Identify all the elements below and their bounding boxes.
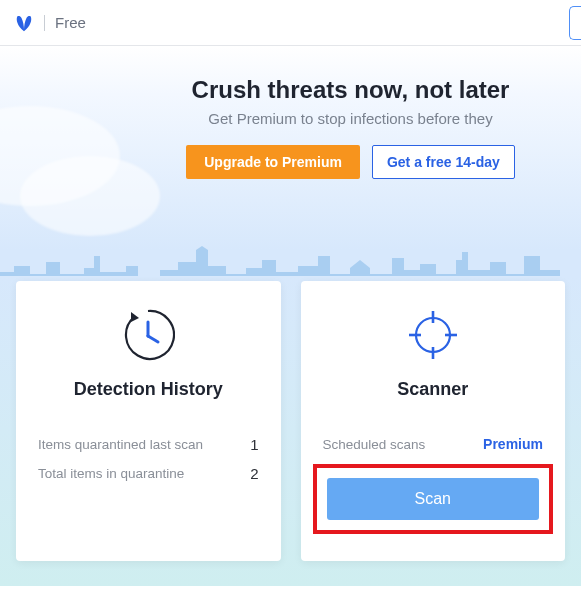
history-clock-icon: [38, 307, 259, 363]
header-cta-button[interactable]: [569, 6, 581, 40]
upgrade-button[interactable]: Upgrade to Premium: [186, 145, 360, 179]
scanner-card[interactable]: Scanner Scheduled scans Premium Scan: [301, 281, 566, 561]
hero-title: Crush threats now, not later: [120, 76, 581, 104]
hero-subtitle: Get Premium to stop infections before th…: [120, 110, 581, 127]
edition-label: Free: [55, 14, 86, 31]
stat-label: Total items in quarantine: [38, 466, 184, 481]
malwarebytes-logo-icon: [14, 13, 34, 33]
scan-highlight-box: Scan: [313, 464, 554, 534]
stat-row: Total items in quarantine 2: [38, 465, 259, 482]
app-header: Free: [0, 0, 581, 46]
scan-button[interactable]: Scan: [327, 478, 540, 520]
detection-history-card[interactable]: Detection History Items quarantined last…: [16, 281, 281, 561]
svg-marker-0: [131, 312, 139, 322]
svg-line-2: [148, 336, 158, 342]
premium-link[interactable]: Premium: [483, 436, 543, 452]
hero-banner: Crush threats now, not later Get Premium…: [0, 46, 581, 286]
stat-value: 2: [250, 465, 258, 482]
stat-label: Items quarantined last scan: [38, 437, 203, 452]
stat-row: Items quarantined last scan 1: [38, 436, 259, 453]
free-trial-button[interactable]: Get a free 14-day: [372, 145, 515, 179]
cards-section: Detection History Items quarantined last…: [0, 276, 581, 586]
svg-point-3: [416, 318, 450, 352]
stat-label: Scheduled scans: [323, 437, 426, 452]
scanner-crosshair-icon: [323, 307, 544, 363]
header-divider: [44, 15, 45, 31]
stat-row: Scheduled scans Premium: [323, 436, 544, 452]
card-title: Detection History: [38, 379, 259, 400]
card-title: Scanner: [323, 379, 544, 400]
stat-value: 1: [250, 436, 258, 453]
